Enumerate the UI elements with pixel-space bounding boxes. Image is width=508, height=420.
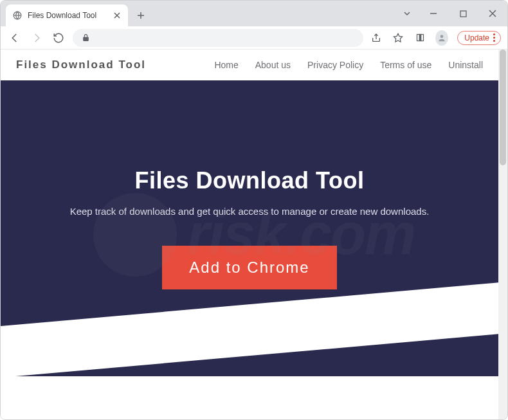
diagonal-divider	[1, 280, 498, 376]
reload-button[interactable]	[51, 30, 66, 46]
toolbar: Update	[1, 26, 507, 50]
nav-terms[interactable]: Terms of use	[380, 60, 431, 70]
hero-subtitle: Keep track of downloads and get quick ac…	[70, 205, 430, 219]
site-header: Files Download Tool Home About us Privac…	[1, 50, 498, 80]
svg-point-4	[440, 35, 444, 38]
nav-about[interactable]: About us	[255, 60, 291, 70]
update-label: Update	[464, 33, 489, 42]
hero-section: Files Download Tool Keep track of downlo…	[1, 80, 498, 376]
toolbar-right: Update	[370, 31, 501, 45]
site-nav: Home About us Privacy Policy Terms of us…	[214, 60, 483, 70]
svg-rect-1	[460, 11, 466, 17]
share-icon[interactable]	[370, 32, 383, 44]
titlebar: Files Download Tool	[1, 1, 507, 26]
browser-window: Files Download Tool	[0, 0, 508, 420]
viewport: Files Download Tool Home About us Privac…	[1, 50, 507, 419]
tabs-dropdown-icon[interactable]	[395, 1, 419, 26]
close-tab-icon[interactable]	[113, 11, 122, 20]
window-controls	[395, 1, 507, 26]
address-bar[interactable]	[73, 29, 363, 47]
hero-title: Files Download Tool	[135, 167, 365, 194]
scrollbar-thumb[interactable]	[500, 50, 506, 165]
kebab-icon	[493, 33, 495, 42]
browser-tab[interactable]: Files Download Tool	[6, 5, 128, 26]
svg-rect-3	[419, 35, 421, 41]
forward-button[interactable]	[29, 30, 44, 46]
close-window-button[interactable]	[478, 1, 507, 26]
lock-icon	[80, 33, 91, 43]
profile-avatar[interactable]	[435, 32, 448, 44]
new-tab-button[interactable]	[132, 6, 150, 24]
maximize-button[interactable]	[448, 1, 478, 26]
scrollbar[interactable]	[498, 50, 507, 419]
site-logo: Files Download Tool	[16, 59, 146, 71]
update-button[interactable]: Update	[457, 31, 501, 45]
add-to-chrome-button[interactable]: Add to Chrome	[162, 246, 336, 289]
nav-uninstall[interactable]: Uninstall	[448, 60, 483, 70]
minimize-button[interactable]	[419, 1, 448, 26]
nav-home[interactable]: Home	[214, 60, 238, 70]
page-content: Files Download Tool Home About us Privac…	[1, 50, 498, 419]
extensions-icon[interactable]	[413, 32, 426, 44]
back-button[interactable]	[7, 30, 23, 46]
bookmark-icon[interactable]	[392, 32, 404, 44]
nav-privacy[interactable]: Privacy Policy	[307, 60, 363, 70]
tab-title: Files Download Tool	[28, 11, 107, 20]
globe-icon	[12, 10, 23, 21]
